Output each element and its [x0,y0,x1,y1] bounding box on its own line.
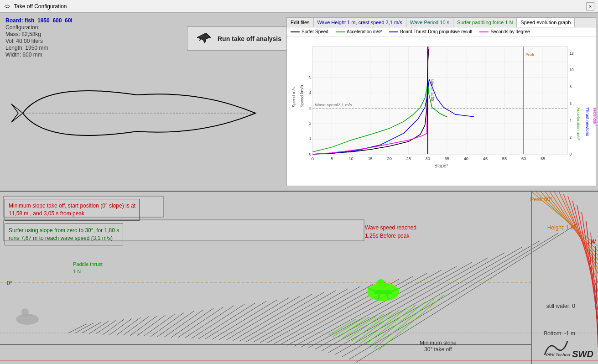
bottom-label: Bottom: -1 m [544,330,575,337]
info-box-minimum-slope: Minimum slope take off, start position (… [5,199,140,221]
svg-text:10: 10 [348,156,353,161]
svg-text:Speed km/h: Speed km/h [300,85,304,107]
min-slope-line-2: 30° take off [420,346,457,353]
title-bar-left: Take off Configuration [4,3,67,10]
app-icon [4,3,11,10]
svg-text:8: 8 [570,85,572,89]
svg-text:4: 4 [570,119,572,123]
svg-text:3: 3 [309,106,312,110]
svg-text:seconds/°: seconds/° [593,107,596,126]
svg-text:2: 2 [570,135,572,140]
tab-edit-files[interactable]: Edit files [287,18,314,27]
wave-speed-line-1: Wave speed reached [365,224,416,232]
vol-line: Vol: 40,00 liters [5,38,186,44]
svg-text:5: 5 [331,156,333,161]
svg-text:25: 25 [406,156,411,161]
svg-text:40: 40 [464,156,468,161]
svg-text:0: 0 [309,152,312,156]
tab-wave-height[interactable]: Wave Height 1 m, crest speed 3,1 m/s [314,18,406,27]
mass-line: Mass: 82,58kg [5,31,186,37]
plane-icon [195,31,213,47]
svg-text:12: 12 [570,52,574,56]
svg-text:Slope°: Slope° [434,163,448,168]
length-line: Length: 1950 mm [5,45,186,51]
min-slope-label: Minimum slope 30° take off [420,340,457,353]
w-label: w [590,237,596,245]
paddle-thrust-line-2: 1 N [73,268,103,275]
wave-speed-line-2: 1,25s Before peak [365,232,416,240]
svg-text:55: 55 [502,156,507,161]
wave-speed-box: Wave speed reached 1,25s Before peak [365,224,416,240]
paddle-thrust-label: Paddle thrust 1 N [73,261,103,275]
surfer-line-2: runs 7,67 m to reach wave speed (3,1 m/s… [9,234,119,242]
min-slope-line-1: Minimum slope [420,340,457,346]
svg-text:65: 65 [541,156,545,161]
run-button-label: Run take off analysis [218,35,281,42]
board-info-panel: Board: fish_1950_600_60l Configuration: … [0,13,192,191]
still-water-label: still water: 0 [546,303,575,309]
legend-thrust-drag-label: Board Thrust-Drag propulsive result [400,29,472,34]
svg-text:Peak: Peak [525,53,535,57]
legend-acceleration: Acceleration m/s² [336,29,382,34]
surfer-line-1: Surfer using slope from zero to 30°, for… [9,227,119,234]
svg-text:4: 4 [309,91,312,95]
chart-svg: Wave speed3,1 m/s 0 5 10 15 20 25 30 35 … [287,36,596,181]
width-line: Width: 600 mm [5,52,186,58]
svg-point-122 [376,279,385,288]
svg-text:Acceleration m/s²: Acceleration m/s² [576,107,581,140]
board-drawing [9,68,274,168]
legend-thrust-drag: Board Thrust-Drag propulsive result [389,29,472,34]
chart-panel: Edit files Wave Height 1 m, crest speed … [286,17,596,186]
slope-0-label: 0° [7,280,12,286]
main-content: Board: fish_1950_600_60l Configuration: … [0,13,598,364]
svg-text:Speed m/s: Speed m/s [291,87,296,107]
svg-text:take off at 30°: take off at 30° [430,79,434,102]
info-line-2: 11,58 m , and 3,05 s from peak [9,210,135,218]
svg-text:60: 60 [521,156,526,161]
info-line-1: Minimum slope take off, start position (… [9,202,135,210]
legend-surfer-speed-label: Surfer Speed [302,29,328,34]
info-box-surfer-slope: Surfer using slope from zero to 30°, for… [5,224,123,245]
svg-text:0: 0 [570,152,572,156]
height-label: Height: 1 m [547,224,575,231]
chart-tabs: Edit files Wave Height 1 m, crest speed … [287,18,596,27]
svg-text:0: 0 [312,156,314,161]
legend-acceleration-label: Acceleration m/s² [347,29,382,34]
svg-text:15: 15 [368,156,372,161]
board-name: Board: fish_1950_600_60l [5,17,186,24]
legend-surfer-speed: Surfer Speed [291,29,328,34]
top-section: Board: fish_1950_600_60l Configuration: … [0,13,598,191]
config-line: Configuration: [5,24,186,31]
svg-text:2: 2 [309,121,312,125]
svg-text:6: 6 [570,102,572,106]
svg-text:45: 45 [483,156,488,161]
svg-text:1: 1 [309,137,312,141]
svg-text:10: 10 [570,68,574,72]
chart-legend: Surfer Speed Acceleration m/s² Board Thr… [287,27,596,36]
tab-wave-period[interactable]: Wave Period 10 s [406,18,453,27]
svg-text:Wave speed3,1 m/s: Wave speed3,1 m/s [315,103,353,107]
chart-area: Wave speed3,1 m/s 0 5 10 15 20 25 30 35 … [287,36,596,181]
legend-seconds-label: Seconds by degree [490,29,530,34]
title-bar: Take off Configuration × [0,0,598,13]
legend-seconds: Seconds by degree [479,29,530,34]
svg-text:5: 5 [309,75,312,79]
svg-text:35: 35 [445,156,449,161]
swd-logo: PRV Technologies SWD [542,339,593,359]
window-title: Take off Configuration [14,3,67,10]
close-button[interactable]: × [586,2,594,10]
peak-label: Peak 60° [530,196,552,203]
paddle-thrust-line-1: Paddle thrust [73,261,103,268]
svg-text:20: 20 [387,156,392,161]
svg-text:Thrust newtons: Thrust newtons [585,107,590,136]
tab-speed-evolution[interactable]: Speed evolution graph [517,18,575,27]
bottom-section: Minimum slope take off, start position (… [0,191,598,364]
run-analysis-button[interactable]: Run take off analysis [187,26,289,51]
svg-text:30: 30 [426,156,430,161]
svg-text:PRV Technologies: PRV Technologies [546,353,570,357]
tab-surfer-paddling[interactable]: Surfer paddling force 1 N [453,18,517,27]
